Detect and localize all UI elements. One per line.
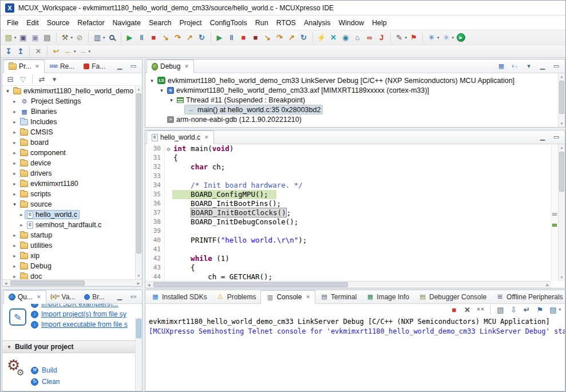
clear-console-button[interactable]: ▤ bbox=[494, 304, 506, 315]
line-number[interactable]: 36 bbox=[145, 199, 165, 208]
scroll-up-icon[interactable]: ▲ bbox=[559, 144, 565, 151]
dropdown-arrow-icon[interactable]: ▾ bbox=[74, 49, 76, 54]
project-item-hello-world-c[interactable]: ▸chello_world.c bbox=[2, 209, 135, 220]
expanded-arrow-icon[interactable]: ▾ bbox=[168, 97, 175, 103]
tab-project-explorer[interactable]: Pr...✕ bbox=[3, 60, 45, 73]
show-paths-button[interactable]: i→ bbox=[509, 61, 521, 72]
collapsed-arrow-icon[interactable]: ▸ bbox=[18, 212, 25, 217]
line-number[interactable]: 30 bbox=[145, 144, 165, 153]
editor-horizontal-scrollbar[interactable]: ◀ ▶ bbox=[145, 281, 551, 288]
code-text[interactable]: while (1) bbox=[172, 254, 229, 263]
scrollbar-thumb[interactable] bbox=[559, 152, 564, 192]
home-button[interactable]: ⌂ bbox=[352, 32, 363, 43]
scroll-left-icon[interactable]: ◀ bbox=[145, 282, 152, 288]
step-over-button[interactable]: ↷ bbox=[274, 32, 286, 43]
scroll-down-icon[interactable]: ▼ bbox=[559, 274, 565, 281]
tab-debug[interactable]: Debug✕ bbox=[147, 60, 194, 73]
debug-node-launch[interactable]: ▾LSevkmimxrt1180_hello_world_demo_cm33 L… bbox=[145, 76, 558, 85]
explorer-horizontal-scrollbar[interactable]: ◀ ▶ bbox=[2, 279, 142, 286]
project-item-project-settings[interactable]: ▸⚙Project Settings bbox=[2, 96, 135, 106]
pin-up-button[interactable]: ↥ bbox=[15, 46, 26, 57]
section-collapse-icon[interactable]: ▼ bbox=[7, 345, 11, 350]
terminate-button[interactable]: ■ bbox=[238, 32, 250, 43]
scrollbar-thumb[interactable] bbox=[559, 81, 564, 114]
new-wizard-button[interactable]: ▤▾ bbox=[3, 32, 17, 43]
jlink-button[interactable]: J bbox=[376, 32, 387, 43]
project-item-component[interactable]: ▸component bbox=[2, 148, 135, 158]
minimize-button[interactable]: ▁ bbox=[537, 61, 548, 72]
minimize-button[interactable]: ▁ bbox=[537, 132, 548, 143]
scrollbar-thumb[interactable] bbox=[153, 282, 348, 287]
close-tab-icon[interactable]: ✕ bbox=[37, 294, 41, 300]
project-item-board[interactable]: ▸board bbox=[2, 137, 135, 148]
explorer-vertical-scrollbar[interactable]: ▲ ▼ bbox=[135, 86, 142, 279]
tab-registers[interactable]: 1010Re... bbox=[45, 60, 79, 73]
tab-offline-peripherals[interactable]: ⊞Offline Peripherals bbox=[491, 290, 566, 304]
project-item-evkmimxrt1180-hello-world-demo[interactable]: ▾evkmimxrt1180_hello_world_demo bbox=[2, 86, 135, 96]
tab-terminal[interactable]: ▤Terminal bbox=[315, 290, 361, 304]
fold-collapse-icon[interactable]: ⊖ bbox=[165, 146, 172, 152]
scroll-lock-button[interactable]: ⇩ bbox=[508, 304, 519, 315]
menu-edit[interactable]: Edit bbox=[22, 17, 43, 29]
collapsed-arrow-icon[interactable]: ▸ bbox=[11, 181, 18, 187]
collapsed-arrow-icon[interactable]: ▸ bbox=[18, 222, 25, 228]
project-item-cmsis[interactable]: ▸CMSIS bbox=[2, 127, 135, 137]
line-number[interactable]: 41 bbox=[145, 245, 165, 254]
flag-button[interactable]: ⚑ bbox=[408, 32, 419, 43]
collapse-all-button[interactable]: ⊟ bbox=[5, 74, 16, 85]
restart-button[interactable]: ↻ bbox=[196, 32, 208, 43]
menu-navigate[interactable]: Navigate bbox=[109, 17, 145, 29]
view-layout-button[interactable]: ▦ bbox=[496, 61, 507, 72]
view-menu-button[interactable]: ▾ bbox=[49, 74, 60, 85]
pin-console-button[interactable]: ⚑ bbox=[534, 304, 545, 315]
project-item-source[interactable]: ▾source bbox=[2, 199, 135, 209]
code-text[interactable]: PRINTF("hello world.\r\n"); bbox=[172, 236, 307, 245]
step-into-button[interactable]: ↘ bbox=[262, 32, 274, 43]
collapsed-arrow-icon[interactable]: ▸ bbox=[11, 140, 18, 145]
collapsed-arrow-icon[interactable]: ▸ bbox=[11, 119, 18, 125]
code-text[interactable]: ch = GETCHAR(); bbox=[172, 272, 272, 281]
terminate-all-button[interactable]: ■ bbox=[250, 32, 262, 43]
quickstart-action-clean[interactable]: ↻Clean bbox=[31, 376, 134, 387]
display-console-button[interactable]: ▤▾ bbox=[547, 304, 561, 315]
maximize-button[interactable]: ▭ bbox=[551, 61, 562, 72]
dropdown-arrow-icon[interactable]: ▾ bbox=[437, 35, 440, 40]
quickstart-action-build[interactable]: ⚒Build bbox=[31, 365, 134, 376]
maximize-button[interactable]: ▭ bbox=[551, 132, 562, 143]
menu-rtos[interactable]: RTOS bbox=[272, 17, 300, 29]
scroll-down-icon[interactable]: ▼ bbox=[559, 120, 565, 127]
expanded-arrow-icon[interactable]: ▾ bbox=[149, 78, 155, 84]
project-item-includes[interactable]: ▸Includes bbox=[2, 117, 135, 127]
dropdown-arrow-icon[interactable]: ▾ bbox=[71, 35, 73, 40]
remove-launch-button[interactable]: ✕ bbox=[461, 304, 473, 315]
debug-node-stack-frame[interactable]: →main() at hello_world.c:35 0x28003bd2 bbox=[145, 105, 558, 114]
project-item-utilities[interactable]: ▸utilities bbox=[2, 240, 135, 251]
last-edit-button[interactable]: ↩ bbox=[50, 46, 62, 57]
tab-console[interactable]: ▥Console✕ bbox=[260, 290, 315, 304]
menu-refactor[interactable]: Refactor bbox=[73, 17, 108, 29]
project-item-xip[interactable]: ▸xip bbox=[2, 251, 135, 261]
filter-button[interactable]: ▽ bbox=[17, 74, 29, 85]
tab-hello-world-c[interactable]: chello_world.c✕ bbox=[147, 130, 214, 144]
code-text[interactable]: { bbox=[172, 153, 178, 163]
view-menu-button[interactable]: ▾ bbox=[523, 61, 535, 72]
restart-button[interactable]: ↻ bbox=[298, 32, 310, 43]
menu-configtools[interactable]: ConfigTools bbox=[205, 17, 251, 29]
debug-node-executable[interactable]: ▾evkmimxrt1180_hello_world_demo_cm33.axf… bbox=[145, 85, 558, 95]
collapsed-arrow-icon[interactable]: ▸ bbox=[11, 98, 18, 104]
line-number[interactable]: 35 bbox=[145, 190, 165, 199]
scroll-right-icon[interactable]: ▶ bbox=[135, 280, 142, 286]
pencil-button[interactable]: ✎▾ bbox=[394, 32, 408, 43]
skip-breakpoints-button[interactable]: ⊘ bbox=[74, 32, 85, 43]
expanded-arrow-icon[interactable]: ▾ bbox=[159, 88, 165, 93]
step-into-button[interactable]: ↘ bbox=[160, 32, 172, 43]
code-text[interactable] bbox=[172, 172, 173, 181]
debug-vertical-scrollbar[interactable]: ▲ ▼ bbox=[558, 73, 565, 127]
remove-all-launches-button[interactable]: ✕✕ bbox=[474, 304, 486, 315]
line-number[interactable]: 31 bbox=[145, 153, 165, 163]
close-tab-icon[interactable]: ✕ bbox=[204, 134, 209, 140]
resume-button[interactable]: ▶ bbox=[214, 32, 225, 43]
project-item-drivers[interactable]: ▸drivers bbox=[2, 168, 135, 179]
menu-source[interactable]: Source bbox=[43, 17, 74, 29]
open-console-button[interactable]: ▥▾ bbox=[92, 32, 106, 43]
